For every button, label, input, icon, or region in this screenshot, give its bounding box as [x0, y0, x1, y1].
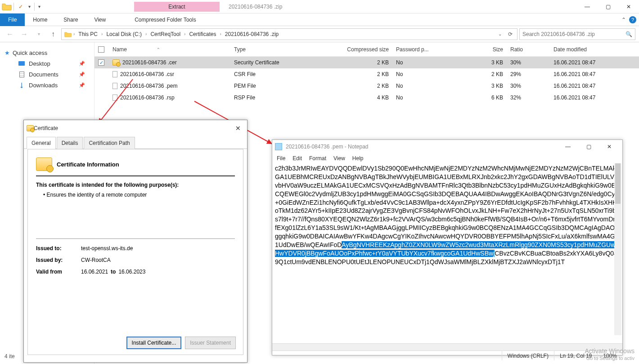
- menu-file[interactable]: File: [277, 155, 285, 162]
- file-ratio: 32%: [507, 94, 550, 101]
- horizontal-scrollbar[interactable]: [272, 343, 622, 351]
- maximize-button[interactable]: ▢: [578, 140, 599, 153]
- search-icon[interactable]: 🔍: [626, 31, 632, 37]
- scroll-thumb[interactable]: [615, 163, 621, 204]
- tab-home[interactable]: Home: [25, 13, 55, 26]
- sidebar-quick-access[interactable]: ★Quick access: [4, 48, 90, 58]
- menu-format[interactable]: Format: [309, 155, 326, 162]
- dialog-title: Certificate: [34, 125, 58, 131]
- sidebar-item-downloads[interactable]: ⭣Downloads📌: [4, 80, 90, 90]
- col-password[interactable]: Password p...: [392, 46, 435, 53]
- sidebar-item-desktop[interactable]: Desktop📌: [4, 58, 90, 69]
- file-compressed-size: 2 KB: [320, 59, 392, 66]
- certificate-dialog: Certificate ✕ General Details Certificat…: [23, 120, 248, 363]
- help-icon[interactable]: ?: [629, 16, 636, 23]
- file-row[interactable]: 20210616-084736 .rspRSP File4 KBNo6 KB32…: [94, 92, 639, 103]
- close-button[interactable]: ✕: [618, 0, 639, 13]
- col-type[interactable]: Type: [230, 46, 320, 53]
- tab-general[interactable]: General: [27, 137, 56, 149]
- file-password: No: [392, 59, 435, 66]
- file-row[interactable]: 20210616-084736 .pemPEM File2 KBNo3 KB30…: [94, 80, 639, 92]
- status-encoding: Windows (CRLF): [502, 351, 554, 360]
- status-bar-items: 4 ite: [4, 353, 15, 360]
- menu-help[interactable]: Help: [352, 155, 364, 162]
- ribbon: File Home Share View Compressed Folder T…: [0, 13, 639, 26]
- qat-dropdown[interactable]: ▾: [27, 4, 32, 9]
- file-size: 3 KB: [435, 83, 507, 89]
- download-icon: ⭣: [18, 81, 25, 89]
- sidebar-item-documents[interactable]: Documents📌: [4, 69, 90, 80]
- search-input[interactable]: [522, 31, 626, 37]
- breadcrumb-segment[interactable]: Local Disk (C:): [104, 29, 144, 40]
- recent-button[interactable]: ▾: [32, 28, 45, 40]
- search-box[interactable]: 🔍: [519, 28, 635, 40]
- file-name: 20210616-084736 .cer: [122, 59, 177, 66]
- valid-from-value: 16.06.2021: [81, 269, 108, 275]
- breadcrumb-segment[interactable]: This PC: [76, 29, 100, 40]
- qat-customize[interactable]: ▾: [36, 4, 42, 9]
- file-compressed-size: 2 KB: [320, 71, 392, 77]
- dialog-body: Certificate Information This certificate…: [27, 149, 243, 355]
- file-size: 2 KB: [435, 71, 507, 77]
- row-checkbox[interactable]: [98, 59, 104, 66]
- file-password: No: [392, 71, 435, 77]
- issued-to-label: Issued to:: [36, 245, 81, 252]
- file-list-header[interactable]: Name⌃ Type Compressed size Password p...…: [94, 42, 639, 57]
- menu-view[interactable]: View: [333, 155, 345, 162]
- file-ratio: 30%: [507, 59, 550, 66]
- qat-divider: [14, 3, 14, 11]
- qat-divider: [34, 3, 35, 11]
- breadcrumb-segment[interactable]: Certificates: [186, 29, 219, 40]
- col-name[interactable]: Name: [112, 46, 127, 53]
- file-size: 3 KB: [435, 59, 507, 66]
- maximize-button[interactable]: ▢: [598, 0, 618, 13]
- file-date: 16.06.2021 08:47: [550, 94, 622, 101]
- notepad-title: 20210616-084736 .pem - Notepad: [286, 144, 368, 150]
- col-ratio[interactable]: Ratio: [507, 46, 550, 53]
- file-type: RSP File: [230, 94, 320, 101]
- breadcrumb-dropdown[interactable]: ⌄: [498, 31, 502, 36]
- nav-bar: ← → ▾ ↑ › This PC› Local Disk (C:)› Cert…: [0, 26, 639, 42]
- install-certificate-button[interactable]: Install Certificate...: [126, 337, 182, 349]
- issued-by-value: CW-RootCA: [81, 257, 111, 263]
- file-row[interactable]: 20210616-084736 .csrCSR File2 KBNo2 KB29…: [94, 68, 639, 80]
- contextual-tab-extract[interactable]: Extract: [134, 2, 220, 12]
- tab-compressed-tools[interactable]: Compressed Folder Tools: [126, 13, 204, 26]
- sort-indicator-icon: ⌃: [157, 47, 160, 52]
- close-button[interactable]: ✕: [232, 125, 244, 132]
- certificate-badge-icon: [36, 157, 52, 171]
- dialog-tabs: General Details Certification Path: [24, 136, 247, 149]
- file-icon: [112, 83, 117, 89]
- star-icon: ★: [4, 49, 10, 56]
- close-button[interactable]: ✕: [599, 140, 620, 153]
- file-name: 20210616-084736 .pem: [120, 83, 177, 89]
- tab-cert-path[interactable]: Certification Path: [84, 137, 135, 149]
- tab-details[interactable]: Details: [57, 137, 83, 149]
- valid-to-value: 16.06.2023: [118, 269, 145, 275]
- forward-button[interactable]: →: [18, 28, 31, 40]
- col-compressed-size[interactable]: Compressed size: [320, 46, 392, 53]
- col-date[interactable]: Date modified: [550, 46, 622, 53]
- breadcrumb[interactable]: › This PC› Local Disk (C:)› CertReqTool›…: [61, 28, 518, 40]
- notepad-text-area[interactable]: c2h3b3JrMRIwEAYDVQQDEwlDVy1Sb290Q0EwHhcN…: [272, 163, 622, 343]
- vertical-scrollbar[interactable]: [614, 163, 621, 335]
- tab-view[interactable]: View: [86, 13, 114, 26]
- breadcrumb-segment[interactable]: CertReqTool: [148, 29, 183, 40]
- issued-by-label: Issued by:: [36, 257, 81, 263]
- file-row[interactable]: 20210616-084736 .cerSecurity Certificate…: [94, 57, 639, 68]
- tab-share[interactable]: Share: [55, 13, 86, 26]
- minimize-button[interactable]: ―: [577, 0, 598, 13]
- col-size[interactable]: Size: [435, 46, 507, 53]
- tab-file[interactable]: File: [0, 13, 25, 26]
- refresh-icon[interactable]: ⟳: [508, 31, 513, 37]
- check-icon[interactable]: ✓: [16, 2, 26, 12]
- ribbon-collapse-icon[interactable]: ⌃: [618, 17, 629, 23]
- folder-icon: [2, 2, 12, 12]
- up-button[interactable]: ↑: [47, 28, 59, 40]
- minimize-button[interactable]: ―: [558, 140, 578, 153]
- select-all-checkbox[interactable]: [98, 46, 104, 53]
- breadcrumb-segment[interactable]: 20210616-084736 .zip: [222, 29, 281, 40]
- back-button[interactable]: ←: [4, 28, 16, 40]
- file-date: 16.06.2021 08:47: [550, 83, 622, 89]
- menu-edit[interactable]: Edit: [292, 155, 302, 162]
